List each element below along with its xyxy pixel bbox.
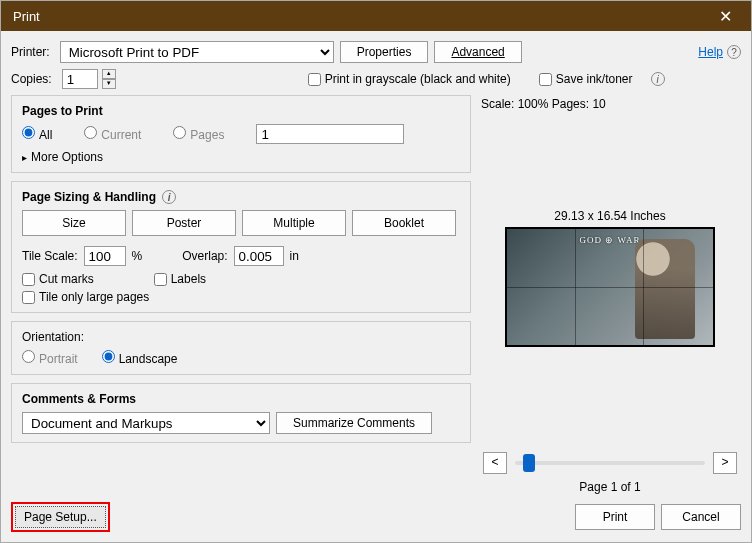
- inches-label: in: [290, 249, 299, 263]
- scale-info: Scale: 100% Pages: 10: [481, 97, 741, 111]
- left-column: Pages to Print All Current Pages More Op…: [11, 95, 471, 494]
- sizing-panel: Page Sizing & Handling i Size Poster Mul…: [11, 181, 471, 313]
- tilescale-row: Tile Scale: % Overlap: in: [22, 246, 460, 266]
- print-button[interactable]: Print: [575, 504, 655, 530]
- preview-logo: GOD ⊕ WAR: [580, 235, 641, 245]
- comments-header: Comments & Forms: [22, 392, 460, 406]
- sizing-buttons: Size Poster Multiple Booklet: [22, 210, 460, 236]
- dialog-content: Printer: Microsoft Print to PDF Properti…: [1, 31, 751, 542]
- info-icon[interactable]: i: [651, 72, 665, 86]
- printer-select[interactable]: Microsoft Print to PDF: [60, 41, 334, 63]
- print-dialog: Print ✕ Printer: Microsoft Print to PDF …: [0, 0, 752, 543]
- copies-spinner[interactable]: ▲ ▼: [102, 69, 116, 89]
- saveink-checkbox[interactable]: Save ink/toner: [539, 72, 633, 86]
- radio-all[interactable]: All: [22, 126, 52, 142]
- help-icon[interactable]: ?: [727, 45, 741, 59]
- orientation-row: Portrait Landscape: [22, 350, 460, 366]
- pages-input[interactable]: [256, 124, 404, 144]
- radio-pages[interactable]: Pages: [173, 126, 224, 142]
- percent-label: %: [132, 249, 143, 263]
- orientation-header: Orientation:: [22, 330, 460, 344]
- radio-current[interactable]: Current: [84, 126, 141, 142]
- booklet-button[interactable]: Booklet: [352, 210, 456, 236]
- cancel-button[interactable]: Cancel: [661, 504, 741, 530]
- page-slider[interactable]: [515, 461, 705, 465]
- spin-down-icon[interactable]: ▼: [102, 79, 116, 89]
- info-icon[interactable]: i: [162, 190, 176, 204]
- more-options-toggle[interactable]: More Options: [22, 150, 460, 164]
- copies-label: Copies:: [11, 72, 52, 86]
- page-of-label: Page 1 of 1: [479, 480, 741, 494]
- preview-nav: < >: [479, 452, 741, 474]
- footer: Page Setup... Print Cancel: [11, 502, 741, 532]
- copies-row: Copies: ▲ ▼ Print in grayscale (black an…: [11, 69, 741, 89]
- close-icon[interactable]: ✕: [707, 7, 743, 26]
- multiple-button[interactable]: Multiple: [242, 210, 346, 236]
- radio-portrait[interactable]: Portrait: [22, 350, 78, 366]
- overlap-label: Overlap:: [182, 249, 227, 263]
- window-title: Print: [13, 9, 707, 24]
- tileonly-checkbox[interactable]: Tile only large pages: [22, 290, 460, 304]
- properties-button[interactable]: Properties: [340, 41, 429, 63]
- help-link[interactable]: Help: [698, 45, 723, 59]
- pages-to-print-panel: Pages to Print All Current Pages More Op…: [11, 95, 471, 173]
- pages-header: Pages to Print: [22, 104, 460, 118]
- copies-input[interactable]: [62, 69, 98, 89]
- comments-row: Document and Markups Summarize Comments: [22, 412, 460, 434]
- page-setup-highlight: Page Setup...: [11, 502, 110, 532]
- printer-label: Printer:: [11, 45, 50, 59]
- prev-page-button[interactable]: <: [483, 452, 507, 474]
- overlap-input[interactable]: [234, 246, 284, 266]
- next-page-button[interactable]: >: [713, 452, 737, 474]
- main-row: Pages to Print All Current Pages More Op…: [11, 95, 741, 494]
- titlebar: Print ✕: [1, 1, 751, 31]
- preview-dims: 29.13 x 16.54 Inches: [554, 209, 665, 223]
- comments-select[interactable]: Document and Markups: [22, 412, 270, 434]
- preview-column: Scale: 100% Pages: 10 29.13 x 16.54 Inch…: [479, 95, 741, 494]
- tilescale-input[interactable]: [84, 246, 126, 266]
- printer-row: Printer: Microsoft Print to PDF Properti…: [11, 41, 741, 63]
- help-area: Help ?: [698, 45, 741, 59]
- preview-area: 29.13 x 16.54 Inches GOD ⊕ WAR: [479, 115, 741, 440]
- cutmarks-row: Cut marks Labels: [22, 272, 460, 286]
- sizing-header: Page Sizing & Handling i: [22, 190, 460, 204]
- spin-up-icon[interactable]: ▲: [102, 69, 116, 79]
- grayscale-checkbox[interactable]: Print in grayscale (black and white): [308, 72, 511, 86]
- advanced-button[interactable]: Advanced: [434, 41, 521, 63]
- labels-checkbox[interactable]: Labels: [154, 272, 206, 286]
- pages-radio-row: All Current Pages: [22, 124, 460, 144]
- summarize-button[interactable]: Summarize Comments: [276, 412, 432, 434]
- preview-figure: [635, 239, 695, 339]
- orientation-panel: Orientation: Portrait Landscape: [11, 321, 471, 375]
- preview-thumbnail: GOD ⊕ WAR: [505, 227, 715, 347]
- slider-thumb[interactable]: [523, 454, 535, 472]
- comments-panel: Comments & Forms Document and Markups Su…: [11, 383, 471, 443]
- cutmarks-checkbox[interactable]: Cut marks: [22, 272, 94, 286]
- poster-button[interactable]: Poster: [132, 210, 236, 236]
- page-setup-button[interactable]: Page Setup...: [15, 506, 106, 528]
- radio-landscape[interactable]: Landscape: [102, 350, 178, 366]
- size-button[interactable]: Size: [22, 210, 126, 236]
- tilescale-label: Tile Scale:: [22, 249, 78, 263]
